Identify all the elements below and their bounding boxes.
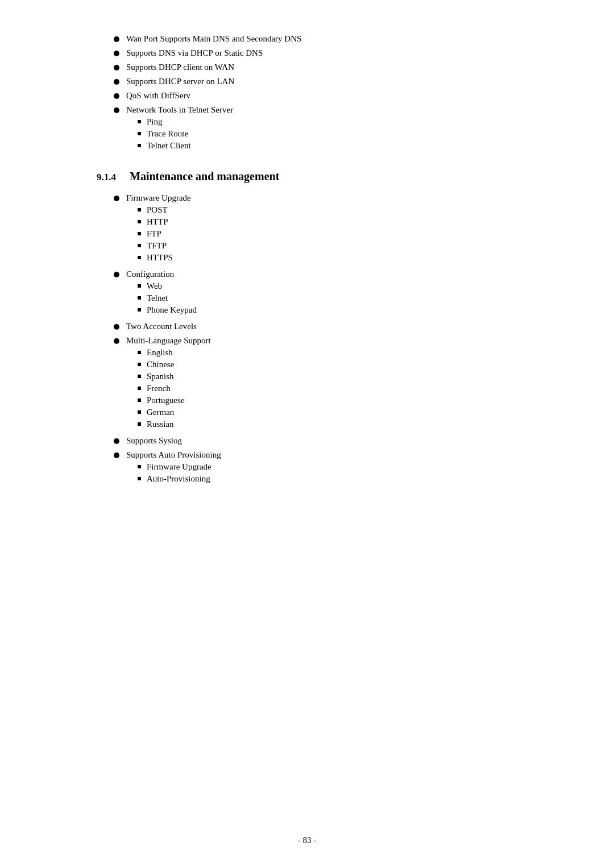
item-text: Supports DNS via DHCP or Static DNS	[126, 48, 517, 58]
list-item-two-account-levels: Two Account Levels	[97, 322, 517, 331]
sub-item-text: HTTP	[147, 217, 168, 227]
configuration-sub-list: Web Telnet Phone Keypad	[126, 281, 517, 315]
list-item: Chinese	[126, 360, 517, 369]
sub-item-text-portuguese: Portuguese	[147, 396, 185, 405]
bullet-icon	[114, 51, 119, 56]
list-item-auto-provisioning: Supports Auto Provisioning Firmware Upgr…	[97, 450, 517, 486]
item-text: Supports DHCP client on WAN	[126, 63, 517, 72]
list-item: HTTP	[126, 217, 517, 227]
sub-item-text: Telnet Client	[147, 141, 191, 151]
top-bullet-list: Wan Port Supports Main DNS and Secondary…	[97, 34, 517, 153]
sub-bullet-icon	[138, 387, 141, 390]
sub-item-text: Ping	[147, 117, 163, 127]
section-title: Maintenance and management	[130, 170, 279, 183]
list-item: German	[126, 408, 517, 417]
sub-item-text: TFTP	[147, 241, 167, 251]
list-item: Spanish	[126, 372, 517, 381]
network-tools-sub-list: Ping Trace Route Telnet Client	[126, 117, 517, 151]
list-item: POST	[126, 205, 517, 215]
list-item: English	[126, 348, 517, 358]
sub-item-text: Web	[147, 281, 162, 291]
sub-bullet-icon	[138, 308, 141, 312]
item-content-firmware: Firmware Upgrade POST HTTP FTP	[126, 193, 517, 265]
list-item: Supports DNS via DHCP or Static DNS	[97, 48, 517, 58]
bullet-icon	[114, 93, 119, 99]
list-item: Firmware Upgrade	[126, 462, 517, 472]
bullet-icon	[114, 338, 119, 344]
list-item: Wan Port Supports Main DNS and Secondary…	[97, 34, 517, 44]
sub-item-text: Phone Keypad	[147, 305, 197, 315]
sub-bullet-icon	[138, 351, 141, 354]
sub-bullet-icon	[138, 232, 141, 235]
section-number: 9.1.4	[97, 172, 116, 183]
sub-item-text: HTTPS	[147, 253, 173, 263]
bullet-icon	[114, 438, 119, 444]
bullet-icon	[114, 452, 119, 458]
sub-bullet-icon	[138, 284, 141, 288]
list-item: Telnet	[126, 293, 517, 303]
sub-bullet-icon	[138, 296, 141, 300]
item-text: Network Tools in Telnet Server	[126, 105, 233, 114]
sub-bullet-icon	[138, 465, 141, 468]
sub-bullet-icon	[138, 375, 141, 378]
sub-bullet-icon	[138, 120, 141, 123]
list-item-network-tools: Network Tools in Telnet Server Ping Trac…	[97, 105, 517, 153]
sub-bullet-icon	[138, 363, 141, 366]
sub-item-text: Telnet	[147, 293, 168, 303]
maintenance-bullet-list: Firmware Upgrade POST HTTP FTP	[97, 193, 517, 486]
sub-item-text-russian: Russian	[147, 420, 174, 429]
bullet-icon	[114, 36, 119, 42]
sub-item-text-french: French	[147, 384, 171, 393]
sub-item-text: Firmware Upgrade	[147, 462, 211, 472]
sub-bullet-icon	[138, 477, 141, 480]
firmware-sub-list: POST HTTP FTP TFTP	[126, 205, 517, 263]
item-text: Supports Syslog	[126, 436, 517, 446]
item-text: Supports DHCP server on LAN	[126, 77, 517, 86]
list-item: Supports DHCP client on WAN	[97, 63, 517, 72]
list-item-firmware: Firmware Upgrade POST HTTP FTP	[97, 193, 517, 265]
list-item: French	[126, 384, 517, 393]
list-item: Phone Keypad	[126, 305, 517, 315]
sub-bullet-icon	[138, 220, 141, 223]
bullet-icon	[114, 324, 119, 330]
sub-item-text-chinese: Chinese	[147, 360, 174, 369]
sub-item-text: Auto-Provisioning	[147, 474, 210, 484]
list-item: Portuguese	[126, 396, 517, 405]
item-text: Supports Auto Provisioning	[126, 450, 221, 459]
language-sub-list: English Chinese Spanish French	[126, 348, 517, 429]
list-item: TFTP	[126, 241, 517, 251]
sub-bullet-icon	[138, 244, 141, 247]
sub-bullet-icon	[138, 398, 141, 402]
page-content: Wan Port Supports Main DNS and Secondary…	[85, 0, 529, 824]
item-content-configuration: Configuration Web Telnet Phone Keypad	[126, 269, 517, 317]
list-item: HTTPS	[126, 253, 517, 263]
list-item: QoS with DiffServ	[97, 91, 517, 101]
bullet-icon	[114, 272, 119, 277]
item-text: Two Account Levels	[126, 322, 517, 331]
bullet-icon	[114, 107, 119, 113]
bullet-icon	[114, 196, 119, 201]
list-item: Telnet Client	[126, 141, 517, 151]
item-content-multilanguage: Multi-Language Support English Chinese S…	[126, 336, 517, 431]
sub-item-text-english: English	[147, 348, 173, 358]
list-item: FTP	[126, 229, 517, 239]
sub-bullet-icon	[138, 256, 141, 259]
sub-item-text-spanish: Spanish	[147, 372, 174, 381]
sub-bullet-icon	[138, 132, 141, 135]
sub-bullet-icon	[138, 410, 141, 414]
sub-bullet-icon	[138, 144, 141, 147]
item-content-network-tools: Network Tools in Telnet Server Ping Trac…	[126, 105, 517, 153]
item-text: QoS with DiffServ	[126, 91, 517, 101]
auto-provisioning-sub-list: Firmware Upgrade Auto-Provisioning	[126, 462, 517, 484]
list-item: Supports DHCP server on LAN	[97, 77, 517, 86]
section-heading: 9.1.4 Maintenance and management	[97, 170, 517, 183]
sub-item-text: FTP	[147, 229, 161, 239]
sub-bullet-icon	[138, 422, 141, 426]
bullet-icon	[114, 65, 119, 70]
sub-item-text-german: German	[147, 408, 174, 417]
sub-bullet-icon	[138, 208, 141, 211]
item-text: Wan Port Supports Main DNS and Secondary…	[126, 34, 517, 44]
page-footer: - 83 -	[298, 824, 317, 868]
list-item: Ping	[126, 117, 517, 127]
list-item: Auto-Provisioning	[126, 474, 517, 484]
